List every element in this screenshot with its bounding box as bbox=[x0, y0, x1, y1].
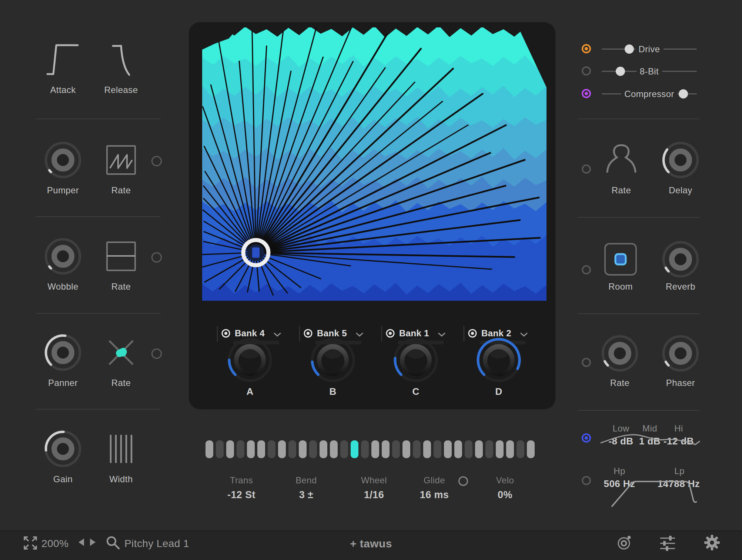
key-pill[interactable] bbox=[205, 440, 213, 458]
attack-envelope-icon[interactable] bbox=[44, 41, 82, 79]
wheel-value[interactable]: 1/16 bbox=[339, 489, 409, 501]
lfo-rate-radio[interactable] bbox=[582, 164, 591, 174]
key-pill[interactable] bbox=[278, 440, 286, 458]
key-pill[interactable] bbox=[485, 440, 493, 458]
key-pill[interactable] bbox=[413, 440, 421, 458]
key-pill[interactable] bbox=[517, 440, 524, 458]
panner-rate-label: Rate bbox=[111, 378, 131, 388]
compressor-slider-handle[interactable] bbox=[679, 89, 688, 99]
glide-toggle-icon[interactable] bbox=[458, 476, 468, 486]
key-pill[interactable] bbox=[454, 440, 462, 458]
key-pill[interactable] bbox=[268, 440, 275, 458]
gain-knob[interactable] bbox=[44, 430, 82, 468]
glide-value[interactable]: 16 ms bbox=[399, 489, 469, 501]
pumper-knob[interactable] bbox=[44, 141, 82, 179]
person-rate-icon[interactable] bbox=[602, 139, 641, 178]
bank-tick bbox=[299, 326, 300, 341]
main-display-panel: Bank 4 Bank 5 Bank 1 bbox=[189, 22, 555, 409]
chevron-down-icon[interactable] bbox=[438, 331, 446, 336]
pumper-mod-dot[interactable] bbox=[151, 156, 162, 166]
room-size-icon[interactable] bbox=[601, 240, 640, 279]
key-pill[interactable] bbox=[237, 440, 244, 458]
active-key-pill[interactable] bbox=[351, 440, 358, 458]
bend-value[interactable]: 3 ± bbox=[271, 489, 341, 501]
key-pill[interactable] bbox=[465, 440, 472, 458]
key-pill[interactable] bbox=[475, 440, 483, 458]
key-pill[interactable] bbox=[382, 440, 390, 458]
drive-radio[interactable] bbox=[582, 44, 591, 53]
wobble-knob[interactable] bbox=[44, 237, 82, 276]
key-pill[interactable] bbox=[226, 440, 234, 458]
chevron-down-icon[interactable] bbox=[355, 331, 364, 336]
macro-b-label: B bbox=[330, 386, 337, 397]
eq-bands-radio[interactable] bbox=[582, 433, 591, 443]
bit8-slider-handle[interactable] bbox=[616, 67, 625, 76]
key-pill[interactable] bbox=[527, 440, 535, 458]
key-pill[interactable] bbox=[423, 440, 431, 458]
gear-icon[interactable] bbox=[703, 534, 721, 551]
key-pill[interactable] bbox=[340, 440, 348, 458]
width-bars-icon[interactable] bbox=[102, 430, 140, 468]
preset-name[interactable]: Pitchy Lead 1 bbox=[124, 538, 189, 550]
reverb-knob[interactable] bbox=[661, 240, 700, 279]
key-pill[interactable] bbox=[506, 440, 514, 458]
key-pill[interactable] bbox=[257, 440, 265, 458]
phaser-knob[interactable] bbox=[661, 334, 700, 373]
compressor-slider[interactable]: Compressor bbox=[602, 89, 697, 99]
key-pill[interactable] bbox=[309, 440, 317, 458]
gain-label: Gain bbox=[53, 474, 73, 484]
key-pill[interactable] bbox=[247, 440, 255, 458]
key-pill[interactable] bbox=[402, 440, 410, 458]
key-pill[interactable] bbox=[330, 440, 338, 458]
search-icon[interactable] bbox=[104, 534, 121, 551]
phaser-rate-radio[interactable] bbox=[582, 358, 591, 367]
bit8-slider[interactable]: 8-Bit bbox=[602, 66, 697, 76]
prev-preset-icon[interactable] bbox=[78, 539, 84, 546]
filters-radio[interactable] bbox=[582, 476, 591, 485]
left-divider-2 bbox=[36, 216, 161, 217]
wavetable-visualizer[interactable] bbox=[202, 27, 547, 301]
key-pill[interactable] bbox=[371, 440, 379, 458]
macro-knob-b[interactable] bbox=[309, 336, 357, 384]
key-pill[interactable] bbox=[288, 440, 296, 458]
key-pill[interactable] bbox=[299, 440, 307, 458]
velo-value[interactable]: 0% bbox=[470, 489, 540, 501]
key-pill[interactable] bbox=[216, 440, 224, 458]
key-pill[interactable] bbox=[320, 440, 327, 458]
bit8-radio[interactable] bbox=[582, 66, 591, 76]
phaser-rate-knob[interactable] bbox=[601, 334, 639, 373]
panner-knob[interactable] bbox=[44, 333, 82, 372]
room-radio[interactable] bbox=[582, 265, 591, 274]
next-preset-icon[interactable] bbox=[90, 539, 96, 546]
macro-knob-d[interactable] bbox=[475, 336, 522, 384]
macro-knob-a[interactable] bbox=[226, 336, 274, 384]
key-pill[interactable] bbox=[434, 440, 441, 458]
trans-label: Trans bbox=[206, 475, 277, 486]
panner-mod-dot[interactable] bbox=[151, 349, 162, 359]
mixer-sliders-icon[interactable] bbox=[659, 534, 676, 552]
key-pill[interactable] bbox=[444, 440, 452, 458]
release-envelope-icon[interactable] bbox=[102, 41, 140, 79]
wobble-mod-dot[interactable] bbox=[151, 252, 162, 263]
key-pill[interactable] bbox=[392, 440, 400, 458]
square-rate-icon[interactable] bbox=[102, 237, 140, 276]
drive-slider-handle[interactable] bbox=[625, 44, 634, 54]
key-pill[interactable] bbox=[361, 440, 369, 458]
orbit-icon[interactable] bbox=[615, 534, 633, 551]
key-pill[interactable] bbox=[496, 440, 504, 458]
sawtooth-rate-icon[interactable] bbox=[102, 141, 140, 179]
delay-knob[interactable] bbox=[661, 141, 700, 179]
zoom-level[interactable]: 200% bbox=[41, 538, 68, 550]
velo-label: Velo bbox=[470, 475, 540, 486]
compressor-radio[interactable] bbox=[582, 89, 591, 98]
macro-knob-c[interactable] bbox=[392, 336, 439, 384]
drive-slider[interactable]: Drive bbox=[602, 44, 697, 54]
keyboard-step-strip[interactable] bbox=[205, 440, 535, 458]
chevron-down-icon[interactable] bbox=[273, 331, 281, 336]
trans-value[interactable]: -12 St bbox=[206, 489, 277, 501]
wheel-label: Wheel bbox=[339, 475, 409, 486]
right-divider-4 bbox=[578, 410, 700, 411]
fullscreen-icon[interactable] bbox=[21, 534, 39, 552]
cross-mod-rate-icon[interactable] bbox=[102, 333, 140, 372]
chevron-down-icon[interactable] bbox=[520, 331, 528, 336]
